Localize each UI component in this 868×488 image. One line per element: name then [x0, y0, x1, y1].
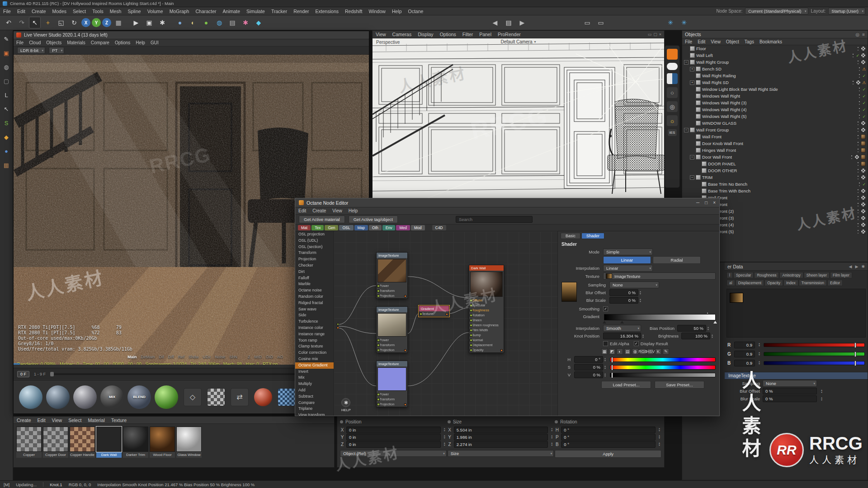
sampling-select[interactable]: None [609, 282, 659, 288]
material-item[interactable]: Glass Window [176, 427, 202, 458]
close-view-icon[interactable]: × [659, 32, 661, 37]
texture-tag-icon[interactable] [861, 53, 866, 58]
material-menu-item[interactable]: Texture [108, 417, 130, 423]
channel-slider-handle[interactable] [854, 352, 856, 357]
rgb-mode-icon[interactable]: RGB [640, 348, 646, 355]
visibility-dots[interactable] [857, 195, 859, 200]
saturation-handle[interactable] [611, 365, 613, 371]
close-button[interactable]: × [713, 200, 716, 205]
texture-tag-icon[interactable] [861, 175, 866, 180]
material-preview-sphere[interactable] [46, 385, 70, 409]
node-output-port[interactable] [404, 404, 406, 406]
object-tree-row[interactable]: Base Trim With Bench [682, 188, 868, 194]
visibility-dots[interactable] [857, 127, 859, 132]
material-tag-icon[interactable] [861, 161, 866, 166]
object-tree-row[interactable]: Windows Wall Right (4)✓ [682, 106, 868, 113]
live-viewer-titlebar[interactable]: Live Viewer Studio 2020.1.4 (13 days lef… [14, 31, 369, 39]
material-menu-item[interactable]: Select [65, 417, 85, 423]
mix-material-button[interactable]: MIX [100, 385, 124, 409]
axis-stepper[interactable] [657, 441, 661, 447]
phong-tag-icon[interactable]: ✓ [862, 101, 866, 105]
object-tree-row[interactable]: −Wall Right Group [682, 59, 868, 66]
material-menu-item[interactable]: Create [14, 417, 34, 423]
node-space-select[interactable]: Current (Standard/Physical) [745, 8, 808, 14]
axis-value-field[interactable]: 0 in [346, 434, 441, 441]
x-axis-lock-button[interactable]: X [81, 18, 90, 27]
render-view-button[interactable]: ▶ [130, 17, 142, 28]
kelvin-mode-icon[interactable]: K [655, 348, 661, 355]
z-axis-lock-button[interactable]: Z [102, 18, 111, 27]
material-channel-tab[interactable]: Anisotropy [779, 272, 803, 278]
contrast-toggle-button[interactable] [667, 73, 678, 84]
model-mode-icon[interactable]: ▢ [1, 76, 11, 86]
render-channel[interactable]: Z [248, 355, 250, 359]
axis-value-field[interactable]: 5.504 in [454, 427, 548, 433]
channel-stepper[interactable] [757, 360, 761, 366]
gradient-interpolation-select[interactable]: Smooth [603, 325, 641, 332]
get-active-tag-button[interactable]: Get Active tag/object [349, 216, 398, 223]
material-preview-sphere[interactable] [155, 385, 178, 409]
warning-tag-icon[interactable]: ⚠ [862, 80, 866, 85]
gradient-knot[interactable] [620, 321, 624, 324]
node-header[interactable]: ImageTexture [377, 307, 407, 312]
node-type-item[interactable]: OSL projection [295, 231, 334, 238]
tree-expander-icon[interactable]: + [690, 67, 694, 71]
node-port-row[interactable]: Projection [377, 293, 407, 298]
material-item[interactable]: Darker Trim [123, 427, 148, 458]
panel-menu-icon[interactable]: ≡ [862, 32, 865, 37]
phong-tag-icon[interactable]: ✓ [862, 94, 866, 99]
render-channel[interactable]: Noise [215, 355, 225, 359]
channel-stepper[interactable] [757, 342, 761, 348]
apply-button[interactable]: Apply [555, 450, 661, 458]
node-port-row[interactable]: Sheen roughness [469, 323, 504, 328]
next-attr-icon[interactable]: ▶ [855, 264, 859, 269]
render-channel[interactable]: UDir [203, 355, 211, 359]
linear-button[interactable]: Linear [603, 256, 651, 264]
object-tree-row[interactable]: −TRIM [682, 174, 868, 181]
tab-basic[interactable]: Basic [561, 233, 580, 239]
smoothing-checkbox[interactable] [603, 306, 608, 311]
single-monitor-layout-icon[interactable]: ▭ [595, 17, 607, 28]
node-type-item[interactable]: Ridged fractal [295, 300, 334, 306]
node-port-row[interactable]: Texture [419, 311, 449, 316]
node-port-row[interactable]: Sheen [469, 318, 504, 323]
maximize-button[interactable]: □ [705, 200, 708, 205]
node-port-row[interactable]: Bump [469, 333, 504, 338]
octane-live-viewer-button[interactable]: ✳ [665, 17, 676, 28]
axis-value-field[interactable]: 0 in [346, 441, 441, 448]
live-viewer-menu-item[interactable]: GUI [148, 40, 161, 45]
object-tree-row[interactable]: Wall Front [682, 133, 868, 140]
axis-stepper[interactable] [550, 434, 554, 440]
prev-attr-icon[interactable]: ◀ [849, 264, 852, 269]
save-preset-button[interactable]: Save Preset... [655, 381, 704, 389]
graph-input-port[interactable] [337, 323, 339, 325]
material-channel-tab[interactable]: Displacement [736, 280, 764, 286]
radial-button[interactable]: Radial [653, 256, 701, 264]
visibility-dots[interactable] [850, 155, 853, 160]
layout-select[interactable]: Startup (User) [828, 8, 865, 14]
imagetexture-node[interactable]: ImageTexture PowerTransformProjection [376, 361, 408, 407]
phong-tag-icon[interactable]: ✓ [862, 87, 866, 92]
swap-materials-button[interactable]: ⇄ [231, 388, 249, 406]
channel-slider-handle[interactable] [854, 343, 856, 348]
visibility-dots[interactable] [858, 66, 861, 71]
node-editor-menu-item[interactable]: Help [345, 208, 361, 213]
value-field[interactable]: 0 % [574, 371, 603, 378]
node-category-tab[interactable]: Map [354, 225, 368, 230]
add-cube-icon[interactable]: ▣ [1, 48, 11, 58]
target-tool-button[interactable]: ◎ [667, 101, 678, 112]
phong-tag-icon[interactable]: ✓ [862, 182, 866, 187]
texture-tag-icon[interactable] [861, 168, 866, 173]
menu-item[interactable]: Tracker [268, 8, 290, 14]
tree-expander-icon[interactable]: − [690, 175, 694, 180]
material-thumbnail[interactable] [123, 427, 148, 452]
node-port-row[interactable]: Power [377, 392, 407, 397]
menu-item[interactable]: Spline [124, 8, 144, 14]
axis-value-field[interactable]: 0 ° [561, 434, 656, 441]
hue-field[interactable]: 0 ° [574, 356, 603, 363]
texture-tag-icon[interactable] [861, 209, 866, 214]
node-category-tab[interactable]: Mod [411, 225, 425, 230]
texture-tag-icon[interactable] [856, 80, 861, 85]
spectrum-icon[interactable]: ▤ [624, 348, 631, 355]
channel-slider-handle[interactable] [854, 361, 856, 366]
